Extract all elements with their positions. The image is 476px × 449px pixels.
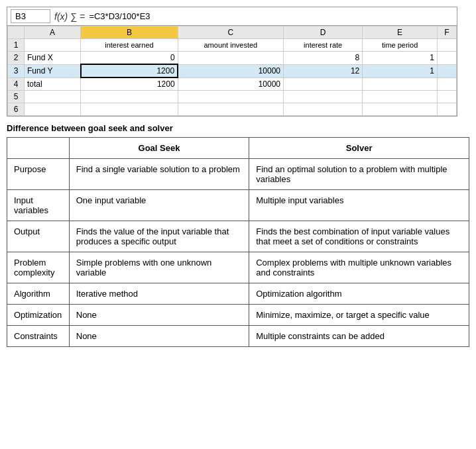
cell-f6[interactable] <box>437 103 456 116</box>
col-header-c: C <box>178 26 283 39</box>
header-goal-seek: Goal Seek <box>69 138 249 159</box>
table-header-row: Goal Seek Solver <box>7 138 469 159</box>
row-header-4: 4 <box>8 77 25 91</box>
cell-e5[interactable] <box>363 91 438 103</box>
row-header-2: 2 <box>8 52 25 65</box>
formula-icons: f(x) ∑ = <box>54 11 85 22</box>
cell-a6[interactable] <box>25 103 81 116</box>
cell-d2[interactable]: 8 <box>284 52 363 65</box>
col-header-b: B <box>81 26 178 39</box>
sigma-icon: ∑ <box>70 11 77 22</box>
cell-c4[interactable]: 10000 <box>178 77 283 91</box>
formula-bar: B3 f(x) ∑ = =C3*D3/100*E3 <box>7 7 457 26</box>
comparison-table: Goal Seek Solver PurposeFind a single va… <box>7 137 469 347</box>
goal-seek-cell-3: Simple problems with one unknown variabl… <box>69 252 249 283</box>
table-row: Input variablesOne input variableMultipl… <box>7 190 469 221</box>
spreadsheet-row-5: 5 <box>8 91 457 103</box>
cell-b2[interactable]: 0 <box>81 52 178 65</box>
solver-cell-6: Multiple constraints can be added <box>249 326 469 347</box>
spreadsheet-row-4: 4 total 1200 10000 <box>8 77 457 91</box>
cell-c2[interactable] <box>178 52 283 65</box>
table-row: Problem complexitySimple problems with o… <box>7 252 469 283</box>
cell-f5[interactable] <box>437 91 456 103</box>
row-header-6: 6 <box>8 103 25 116</box>
section-title: Difference between goal seek and solver <box>7 123 469 133</box>
cell-d1[interactable]: interest rate <box>284 39 363 52</box>
cell-e3[interactable]: 1 <box>363 64 438 77</box>
solver-cell-5: Minimize, maximize, or target a specific… <box>249 305 469 326</box>
spreadsheet-row-3: 3 Fund Y 1200 10000 12 1 <box>8 64 457 77</box>
row-header-1: 1 <box>8 39 25 52</box>
cell-b4[interactable]: 1200 <box>81 77 178 91</box>
corner-header <box>8 26 25 39</box>
cell-c5[interactable] <box>178 91 283 103</box>
header-solver: Solver <box>249 138 469 159</box>
solver-cell-0: Find an optimal solution to a problem wi… <box>249 159 469 190</box>
cell-f4[interactable] <box>437 77 456 91</box>
goal-seek-cell-1: One input variable <box>69 190 249 221</box>
solver-cell-2: Finds the best combination of input vari… <box>249 221 469 252</box>
table-row: PurposeFind a single variable solution t… <box>7 159 469 190</box>
solver-cell-3: Complex problems with multiple unknown v… <box>249 252 469 283</box>
spreadsheet: B3 f(x) ∑ = =C3*D3/100*E3 A B C D E F 1 <box>7 7 457 117</box>
cell-a4[interactable]: total <box>25 77 81 91</box>
row-label-4: Algorithm <box>7 283 70 305</box>
goal-seek-cell-6: None <box>69 326 249 347</box>
goal-seek-cell-0: Find a single variable solution to a pro… <box>69 159 249 190</box>
cell-d6[interactable] <box>284 103 363 116</box>
table-row: AlgorithmIterative methodOptimization al… <box>7 283 469 305</box>
cell-c3[interactable]: 10000 <box>178 64 283 77</box>
header-empty <box>7 138 70 159</box>
cell-f2[interactable] <box>437 52 456 65</box>
cell-f1[interactable] <box>437 39 456 52</box>
cell-f3[interactable] <box>437 64 456 77</box>
col-header-e: E <box>363 26 438 39</box>
col-header-d: D <box>284 26 363 39</box>
row-header-3: 3 <box>8 64 25 77</box>
goal-seek-cell-2: Finds the value of the input variable th… <box>69 221 249 252</box>
cell-a3[interactable]: Fund Y <box>25 64 81 77</box>
cell-a5[interactable] <box>25 91 81 103</box>
cell-e6[interactable] <box>363 103 438 116</box>
row-label-0: Purpose <box>7 159 70 190</box>
cell-b3[interactable]: 1200 <box>81 64 178 77</box>
solver-cell-1: Multiple input variables <box>249 190 469 221</box>
cell-e2[interactable]: 1 <box>363 52 438 65</box>
row-label-3: Problem complexity <box>7 252 70 283</box>
fx-icon: f(x) <box>54 11 68 22</box>
cell-a1[interactable] <box>25 39 81 52</box>
table-row: ConstraintsNoneMultiple constraints can … <box>7 326 469 347</box>
solver-cell-4: Optimization algorithm <box>249 283 469 305</box>
cell-e4[interactable] <box>363 77 438 91</box>
col-header-a: A <box>25 26 81 39</box>
cell-d4[interactable] <box>284 77 363 91</box>
row-label-1: Input variables <box>7 190 70 221</box>
equals-icon: = <box>80 11 85 22</box>
spreadsheet-row-2: 2 Fund X 0 8 1 <box>8 52 457 65</box>
row-label-6: Constraints <box>7 326 70 347</box>
cell-c1[interactable]: amount invested <box>178 39 283 52</box>
row-label-5: Optimization <box>7 305 70 326</box>
spreadsheet-row-6: 6 <box>8 103 457 116</box>
col-header-f: F <box>437 26 456 39</box>
goal-seek-cell-5: None <box>69 305 249 326</box>
formula-content: =C3*D3/100*E3 <box>89 11 150 21</box>
table-row: OutputFinds the value of the input varia… <box>7 221 469 252</box>
cell-a2[interactable]: Fund X <box>25 52 81 65</box>
spreadsheet-row-1: 1 interest earned amount invested intere… <box>8 39 457 52</box>
table-row: OptimizationNoneMinimize, maximize, or t… <box>7 305 469 326</box>
row-label-2: Output <box>7 221 70 252</box>
row-header-5: 5 <box>8 91 25 103</box>
cell-b6[interactable] <box>81 103 178 116</box>
spreadsheet-grid: A B C D E F 1 interest earned amount inv… <box>7 26 457 116</box>
cell-b5[interactable] <box>81 91 178 103</box>
cell-d5[interactable] <box>284 91 363 103</box>
cell-e1[interactable]: time period <box>363 39 438 52</box>
cell-reference[interactable]: B3 <box>11 9 50 23</box>
cell-d3[interactable]: 12 <box>284 64 363 77</box>
cell-c6[interactable] <box>178 103 283 116</box>
goal-seek-cell-4: Iterative method <box>69 283 249 305</box>
cell-b1[interactable]: interest earned <box>81 39 178 52</box>
